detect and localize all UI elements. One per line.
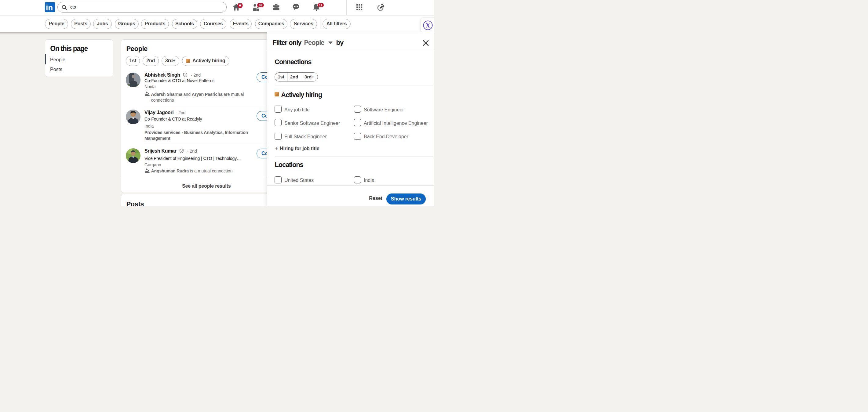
svg-text:in: in bbox=[46, 3, 53, 12]
